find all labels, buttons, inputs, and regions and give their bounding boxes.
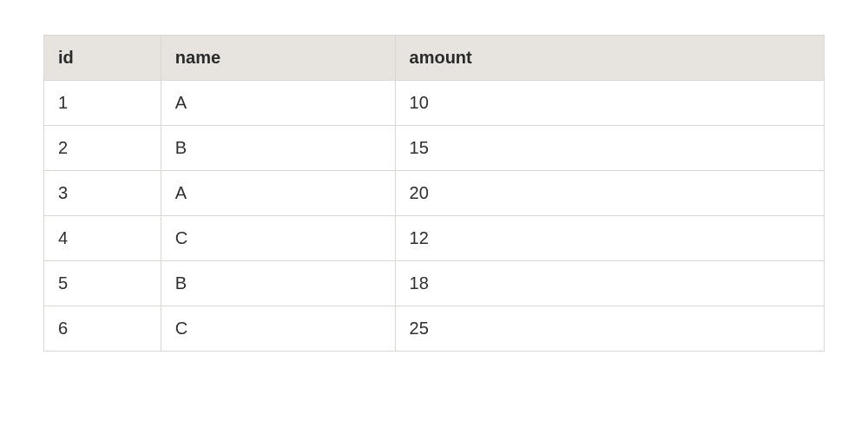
cell-id: 4 [44,216,161,261]
cell-id: 6 [44,306,161,352]
table-header-row: id name amount [44,36,825,81]
cell-name: A [161,81,395,126]
cell-id: 3 [44,171,161,216]
cell-name: B [161,126,395,171]
table-body: 1 A 10 2 B 15 3 A 20 4 C 12 5 B 18 6 C 2… [44,81,825,352]
table-header: id name amount [44,36,825,81]
cell-name: B [161,261,395,306]
table-row: 5 B 18 [44,261,825,306]
cell-amount: 10 [395,81,824,126]
cell-amount: 15 [395,126,824,171]
table-row: 1 A 10 [44,81,825,126]
table-row: 4 C 12 [44,216,825,261]
cell-id: 2 [44,126,161,171]
data-table: id name amount 1 A 10 2 B 15 3 A 20 4 C … [43,35,825,352]
cell-amount: 12 [395,216,824,261]
table-row: 3 A 20 [44,171,825,216]
cell-id: 1 [44,81,161,126]
table-row: 2 B 15 [44,126,825,171]
header-name: name [161,36,395,81]
cell-name: A [161,171,395,216]
cell-amount: 18 [395,261,824,306]
cell-amount: 25 [395,306,824,352]
cell-id: 5 [44,261,161,306]
table-row: 6 C 25 [44,306,825,352]
cell-name: C [161,216,395,261]
cell-amount: 20 [395,171,824,216]
header-id: id [44,36,161,81]
cell-name: C [161,306,395,352]
header-amount: amount [395,36,824,81]
